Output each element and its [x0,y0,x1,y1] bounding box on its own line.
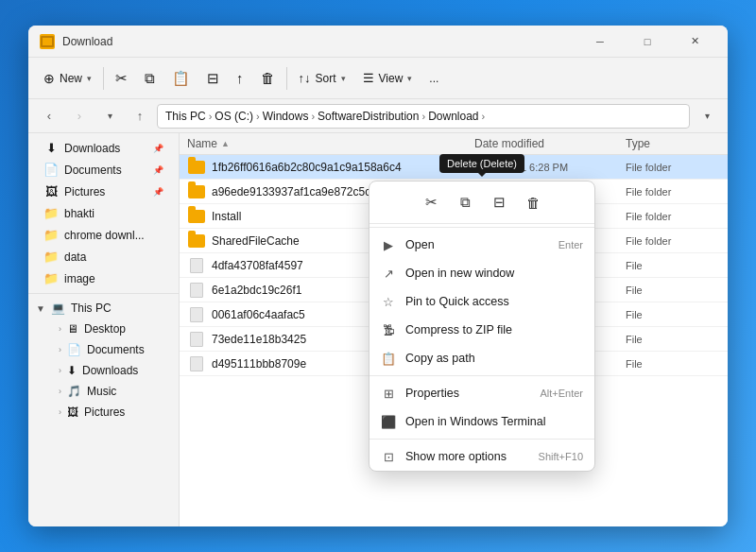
ctx-item-icon: ☆ [381,294,396,309]
sidebar-item-label: bhakti [64,207,94,220]
address-bar: ‹ › ▾ ↑ This PC › OS (C:) › Windows › So… [28,99,728,133]
title-bar: Download ─ □ ✕ [28,26,728,58]
ctx-item-label: Compress to ZIP file [405,323,512,336]
ctx-item-shortcut: Alt+Enter [540,388,583,399]
path-sep-4: › [421,111,425,122]
share-icon: ↑ [236,70,244,86]
delete-icon: 🗑 [261,70,275,86]
ctx-copy-button[interactable]: ⧉ [450,187,480,217]
file-type: File folder [626,211,720,222]
ctx-item-shortcut: Enter [558,239,583,250]
sidebar-item-desktop[interactable]: › 🖥 Desktop [32,319,175,339]
context-menu-item[interactable]: ↗Open in new window [369,259,594,287]
context-menu-item[interactable]: ⊡Show more optionsShift+F10 [369,442,594,471]
folder-icon [187,209,206,224]
more-button[interactable]: ... [421,63,446,94]
cut-toolbar-button[interactable]: ✂ [108,63,135,94]
new-button[interactable]: ⊕ New ▾ [36,63,99,94]
copy-icon: ⧉ [145,70,155,87]
col-name-header[interactable]: Name ▲ [187,137,474,150]
col-type-header[interactable]: Type [626,137,720,150]
share-toolbar-button[interactable]: ↑ [229,63,251,94]
sidebar-item-pictures-pc[interactable]: › 🖼 Pictures [32,402,175,423]
sidebar-item-label: chrome downl... [64,229,145,242]
close-button[interactable]: ✕ [673,28,716,55]
sidebar-icon-thispc: 💻 [51,302,65,315]
sidebar-item-pictures[interactable]: 🖼 Pictures 📌 [32,181,175,202]
sidebar-item-chrome[interactable]: 📁 chrome downl... [32,224,175,246]
sidebar-item-data[interactable]: 📁 data [32,246,175,267]
view-button[interactable]: ☰ View ▾ [355,63,421,94]
sidebar-music-label: Music [87,385,116,398]
rename-icon: ⊟ [207,70,219,87]
new-chevron: ▾ [87,74,92,83]
sidebar-item-documents[interactable]: 📄 Documents 📌 [32,159,175,181]
ctx-item-label: Show more options [405,450,507,463]
file-icon-shape [187,258,206,273]
sidebar-item-label: Documents [64,164,122,177]
ctx-item-label: Copy as path [405,352,475,365]
context-menu-item[interactable]: 📋Copy as path [369,344,594,372]
context-menu-item[interactable]: ▶OpenEnter [369,231,594,259]
minimize-button[interactable]: ─ [578,28,622,55]
file-list-header: Name ▲ Date modified Type [180,133,728,155]
view-chevron: ▾ [407,74,412,83]
file-type: File [626,358,720,370]
maximize-button[interactable]: □ [626,28,669,55]
sidebar-desktop-label: Desktop [84,322,126,336]
context-menu-item[interactable]: ☆Pin to Quick access [369,287,594,316]
delete-tooltip: Delete (Delete) [439,154,524,173]
ctx-item-shortcut: Shift+F10 [539,451,583,462]
address-path-bar[interactable]: This PC › OS (C:) › Windows › SoftwareDi… [157,104,690,129]
file-icon-shape [187,283,206,298]
ctx-item-icon: 🗜 [381,322,396,337]
ctx-item-label: Pin to Quick access [405,295,509,308]
col-date-header[interactable]: Date modified [474,137,626,150]
context-menu-item[interactable]: ⬛Open in Windows Terminal [369,407,594,436]
back-button[interactable]: ‹ [36,103,62,129]
path-sep-3: › [311,111,315,122]
ctx-item-icon: ⊡ [381,449,396,464]
ctx-item-label: Open [405,238,435,251]
sidebar-item-music[interactable]: › 🎵 Music [32,381,175,402]
context-menu-item[interactable]: ⊞PropertiesAlt+Enter [369,379,594,407]
forward-button[interactable]: › [66,103,93,129]
ctx-item-icon: 📋 [381,351,396,366]
sort-icon: ↑↓ [299,71,311,85]
sidebar-thispc-header[interactable]: ▼ 💻 This PC [28,298,179,319]
sort-button[interactable]: ↑↓ Sort ▾ [291,63,353,94]
context-menu-separator [369,439,594,440]
sidebar-item-image[interactable]: 📁 image [32,267,175,289]
new-icon: ⊕ [43,71,55,86]
copy-toolbar-button[interactable]: ⧉ [137,63,163,94]
delete-toolbar-button[interactable]: 🗑 [253,63,283,94]
path-sep-2: › [256,111,260,122]
up-button[interactable]: ↑ [127,103,153,129]
ctx-delete-button[interactable]: 🗑 [518,187,548,217]
sidebar-item-downloads-pc[interactable]: › ⬇ Downloads [32,360,175,381]
paste-toolbar-button[interactable]: 📋 [164,63,198,94]
file-type: File [626,285,720,296]
sidebar-item-bhakti[interactable]: 📁 bhakti [32,202,175,224]
ctx-item-label: Open in new window [405,267,514,280]
main-content: ⬇ Downloads 📌 📄 Documents 📌 🖼 Pictures 📌… [28,133,728,526]
toolbar: ⊕ New ▾ ✂ ⧉ 📋 ⊟ ↑ 🗑 ↑↓ Sort ▾ ☰ [28,58,728,99]
rename-toolbar-button[interactable]: ⊟ [199,63,227,94]
recent-button[interactable]: ▾ [96,103,123,129]
context-menu-separator [369,227,594,228]
context-menu-item[interactable]: 🗜Compress to ZIP file [369,316,594,344]
ctx-cut-button[interactable]: ✂ [416,187,446,217]
file-name: 1fb26ff0616a6b2c80c9a1c9a158a6c4 [212,161,474,174]
ctx-paste-button[interactable]: ⊟ [484,187,514,217]
sidebar-item-label: data [64,250,86,264]
ctx-item-label: Properties [405,387,459,400]
address-dropdown-button[interactable]: ▾ [694,103,720,129]
sidebar-item-downloads[interactable]: ⬇ Downloads 📌 [32,137,175,159]
sidebar-documents-label: Documents [87,343,145,356]
sidebar-item-documents-pc[interactable]: › 📄 Documents [32,339,175,360]
paste-icon: 📋 [172,70,190,87]
documents-icon: 📄 [43,163,59,177]
file-icon-shape [187,307,206,322]
ctx-item-icon: ↗ [381,266,396,281]
window-title: Download [62,35,578,48]
